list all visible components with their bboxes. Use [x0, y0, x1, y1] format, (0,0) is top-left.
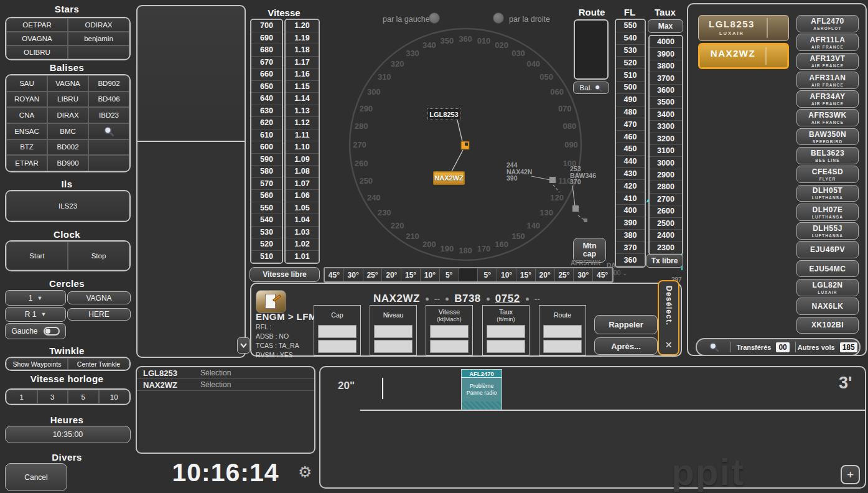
balise-button[interactable]: LIBRU: [47, 92, 88, 108]
cancel-button[interactable]: Cancel: [5, 463, 67, 491]
turn-right-radio[interactable]: [493, 12, 504, 24]
heading-offset-button[interactable]: 5°: [440, 268, 459, 281]
heading-offset-button[interactable]: 5°: [478, 268, 497, 281]
speed-option[interactable]: 630: [251, 105, 282, 118]
flight-strip[interactable]: EJU46PV: [796, 241, 859, 258]
rate-option[interactable]: 2900: [650, 169, 682, 181]
apres-button[interactable]: Après...: [594, 337, 658, 355]
circle-radius-dropdown[interactable]: R 1 ▼: [5, 307, 66, 322]
speed-option[interactable]: 690: [251, 32, 282, 45]
add-event-button[interactable]: +: [841, 465, 860, 484]
track-label-nax42n[interactable]: 244 NAX42N 390: [506, 162, 532, 182]
speed-option[interactable]: 510: [251, 251, 282, 263]
turn-left-radio[interactable]: [429, 12, 440, 24]
heading-offset-button[interactable]: 10°: [421, 268, 440, 281]
flight-level-option[interactable]: 360: [616, 254, 645, 266]
strips-search-button[interactable]: [697, 342, 730, 352]
heading-offset-button[interactable]: 15°: [401, 268, 421, 281]
clock-speed-button[interactable]: 10: [99, 390, 130, 404]
track-label-lgl8253[interactable]: LGL8253: [427, 108, 460, 120]
speed-option[interactable]: 650: [251, 81, 282, 93]
gear-icon[interactable]: ⚙: [298, 463, 312, 481]
mach-option[interactable]: 1.13: [286, 105, 319, 118]
flight-strip[interactable]: AFR53WKAIR FRANCE: [796, 109, 859, 126]
flight-strip[interactable]: DLH05TLUFTHANSA: [796, 185, 859, 202]
speed-option[interactable]: 590: [251, 154, 282, 166]
heading-offset-button[interactable]: 15°: [516, 268, 536, 281]
rate-option[interactable]: 3000: [650, 157, 682, 169]
rappeler-button[interactable]: Rappeler: [594, 315, 658, 334]
flight-strip[interactable]: AFR34AYAIR FRANCE: [796, 90, 859, 108]
mach-option[interactable]: 1.19: [286, 32, 319, 45]
rate-option[interactable]: 2500: [650, 218, 682, 230]
mach-option[interactable]: 1.17: [286, 57, 319, 69]
balise-button[interactable]: ROYAN: [6, 92, 47, 108]
speed-option[interactable]: 550: [251, 202, 282, 215]
flight-strip[interactable]: BEL3623BEE LINE: [796, 147, 859, 164]
star-button[interactable]: OVAGNA: [6, 32, 68, 45]
mach-option[interactable]: 1.12: [286, 117, 319, 129]
log-row[interactable]: NAX2WZSélection: [137, 379, 314, 391]
field-input-current[interactable]: [543, 325, 582, 338]
circle-center-vagna-button[interactable]: VAGNA: [67, 291, 131, 304]
balise-button[interactable]: CNA: [6, 107, 47, 123]
heading-offset-button[interactable]: 30°: [574, 268, 593, 281]
flight-level-option[interactable]: 390: [616, 217, 645, 230]
flight-level-option[interactable]: 460: [616, 131, 645, 143]
rate-option[interactable]: 3900: [650, 48, 682, 60]
heading-offset-button[interactable]: 45°: [593, 268, 612, 281]
heading-offset-button[interactable]: 20°: [536, 268, 555, 281]
mach-option[interactable]: 1.08: [286, 166, 319, 178]
flight-level-option[interactable]: 520: [616, 57, 645, 69]
balise-button[interactable]: BD902: [88, 75, 129, 92]
center-twinkle-button[interactable]: Center Twinkle: [68, 358, 129, 370]
timeline-event-card[interactable]: AFL2470 Problème Panne radio: [461, 369, 502, 410]
flight-level-option[interactable]: 540: [616, 32, 645, 45]
clock-stop-button[interactable]: Stop: [68, 242, 129, 270]
free-rate-button[interactable]: Tx libre: [646, 254, 683, 268]
track-label-baw346[interactable]: 253 BAW346 370: [570, 166, 596, 185]
ils23-button[interactable]: ILS23: [6, 191, 129, 221]
flight-level-option[interactable]: 440: [616, 156, 645, 168]
heading-offset-button[interactable]: 10°: [497, 268, 516, 281]
field-input-current[interactable]: [487, 325, 525, 338]
field-input-target[interactable]: [374, 340, 413, 353]
mach-option[interactable]: 1.14: [286, 93, 319, 105]
heading-offset-button[interactable]: 25°: [555, 268, 574, 281]
scroll-down-button[interactable]: [237, 337, 250, 354]
mach-option[interactable]: 1.09: [286, 154, 319, 166]
flight-strip[interactable]: EJU54MC: [796, 260, 859, 278]
rate-option[interactable]: 3200: [650, 133, 682, 145]
heading-offset-button[interactable]: 25°: [363, 268, 383, 281]
flight-level-option[interactable]: 480: [616, 106, 645, 119]
speed-option[interactable]: 670: [251, 57, 282, 69]
flight-strip[interactable]: AFR31ANAIR FRANCE: [796, 72, 859, 89]
speed-option[interactable]: 620: [251, 117, 282, 129]
gauche-toggle-button[interactable]: Gauche: [5, 323, 66, 339]
heading-offset-button[interactable]: 30°: [344, 268, 363, 281]
balise-button[interactable]: BTZ: [6, 139, 47, 156]
mach-option[interactable]: 1.03: [286, 227, 319, 239]
speed-option[interactable]: 610: [251, 129, 282, 142]
mach-option[interactable]: 1.16: [286, 68, 319, 81]
rate-option[interactable]: 4000: [650, 36, 682, 48]
flight-level-option[interactable]: 470: [616, 118, 645, 131]
close-icon[interactable]: ✕: [665, 340, 673, 350]
mach-option[interactable]: 1.20: [286, 20, 319, 32]
speed-option[interactable]: 570: [251, 178, 282, 190]
mach-option[interactable]: 1.04: [286, 214, 319, 227]
speed-option[interactable]: 600: [251, 141, 282, 154]
speed-option[interactable]: 700: [251, 20, 282, 32]
mach-option[interactable]: 1.18: [286, 44, 319, 57]
flight-strip[interactable]: XK102BI: [796, 317, 859, 334]
flight-strip[interactable]: AFR13VTAIR FRANCE: [796, 53, 859, 70]
rate-option[interactable]: 2600: [650, 205, 682, 217]
mach-option[interactable]: 1.01: [286, 251, 319, 263]
balise-button[interactable]: DIRAX: [47, 107, 88, 123]
flight-level-option[interactable]: 490: [616, 94, 645, 106]
flight-level-option[interactable]: 420: [616, 180, 645, 192]
mach-option[interactable]: 1.05: [286, 202, 319, 215]
selected-strip-lgl8253[interactable]: LGL8253 LUXAIR: [698, 15, 789, 41]
mach-option[interactable]: 1.11: [286, 129, 319, 142]
flight-level-option[interactable]: 410: [616, 192, 645, 205]
